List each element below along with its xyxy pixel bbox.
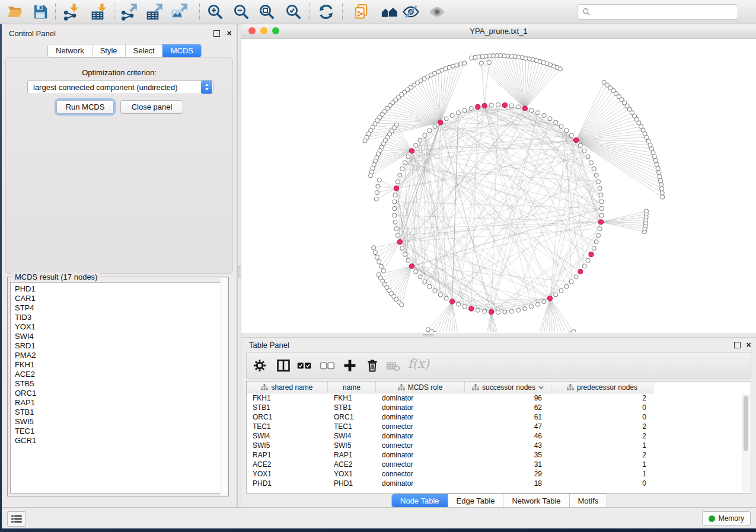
table-cell[interactable]: 2 [551,450,653,460]
search-input[interactable] [594,7,733,17]
table-cell[interactable]: 1 [551,441,653,450]
search-box[interactable] [577,4,738,20]
zoom-in-icon[interactable] [206,3,224,21]
column-header-mcds-role[interactable]: MCDS role [376,382,465,393]
table-cell[interactable]: FKH1 [328,393,376,403]
table-cell[interactable]: connector [376,422,465,431]
export-image-icon[interactable] [170,3,188,21]
import-table-icon[interactable] [90,3,108,21]
table-cell[interactable]: YOX1 [328,469,376,479]
table-cell[interactable]: TEC1 [247,422,328,431]
table-cell[interactable]: SWI5 [328,441,376,450]
table-cell[interactable]: PHD1 [328,479,376,488]
mcds-result-item[interactable]: GCR1 [15,436,225,446]
table-cell[interactable]: 43 [465,441,551,450]
table-cell[interactable]: SWI4 [328,431,376,441]
table-cell[interactable]: STB1 [247,403,328,412]
column-header-predecessor-nodes[interactable]: predecessor nodes [551,382,653,393]
refresh-view-icon[interactable] [317,3,335,21]
table-cell[interactable]: 31 [465,460,551,469]
scrollbar-thumb[interactable] [744,396,748,451]
table-cell[interactable]: connector [376,460,465,469]
mcds-list-scrollbar[interactable] [220,278,228,495]
table-cell[interactable] [653,403,751,412]
close-panel-icon[interactable]: × [226,30,232,37]
table-cell[interactable]: 96 [465,393,551,403]
toggle-panes-icon[interactable] [276,358,291,373]
table-cell[interactable]: 29 [465,469,551,479]
table-cell[interactable]: TEC1 [328,422,376,431]
table-row[interactable]: SWI4SWI4dominator462 [247,431,751,441]
table-row[interactable]: YOX1YOX1connector291 [247,469,751,479]
table-cell[interactable]: ACE2 [328,460,376,469]
mcds-result-item[interactable]: FKH1 [15,360,225,370]
tab-edge-table[interactable]: Edge Table [448,494,503,507]
table-cell[interactable]: dominator [376,412,465,422]
table-cell[interactable]: dominator [376,479,465,488]
settings-gear-icon[interactable] [252,358,267,373]
table-row[interactable]: ACE2ACE2connector311 [247,460,751,469]
column-header-name[interactable]: name [328,382,376,393]
table-cell[interactable]: 1 [551,469,653,479]
show-all-icon[interactable] [428,3,446,21]
table-cell[interactable] [653,412,751,422]
run-mcds-button[interactable]: Run MCDS [56,100,114,114]
mcds-result-item[interactable]: YOX1 [15,322,225,332]
table-row[interactable]: TEC1TEC1connector472 [247,422,751,431]
table-cell[interactable]: ORC1 [328,412,376,422]
close-panel-icon[interactable]: × [745,342,752,348]
mcds-result-list[interactable]: PHD1CAR1STP4TID3YOX1SWI4SRD1PMA2FKH1ACE2… [10,282,226,493]
mcds-result-item[interactable]: PMA2 [15,351,225,360]
mcds-result-item[interactable]: ORC1 [15,389,225,398]
table-cell[interactable] [653,450,751,460]
export-table-icon[interactable] [145,3,163,21]
deselect-all-icon[interactable] [320,358,335,373]
table-cell[interactable]: 61 [465,412,551,422]
table-cell[interactable]: PHD1 [247,479,328,488]
table-cell[interactable]: 47 [465,422,551,431]
mcds-result-item[interactable]: SWI5 [15,417,225,427]
table-row[interactable]: ORC1ORC1dominator610 [247,412,751,422]
table-cell[interactable] [653,393,751,403]
clone-network-icon[interactable] [353,3,371,21]
table-row[interactable]: PHD1PHD1dominator180 [247,479,751,488]
table-cell[interactable]: dominator [376,450,465,460]
table-cell[interactable] [653,479,751,488]
table-cell[interactable]: 2 [551,431,653,441]
table-cell[interactable]: connector [376,469,465,479]
delete-columns-icon[interactable] [365,358,380,373]
network-window-titlebar[interactable]: YPA_prune.txt_1 [241,24,756,39]
select-all-icon[interactable] [296,358,312,373]
tab-node-table[interactable]: Node Table [392,494,448,507]
table-cell[interactable]: 62 [465,403,551,412]
criterion-select[interactable]: largest connected component (undirected) [27,80,213,94]
memory-button[interactable]: Memory [702,511,751,525]
table-cell[interactable]: 18 [465,479,551,488]
tab-motifs[interactable]: Motifs [569,494,607,507]
table-cell[interactable] [653,469,751,479]
table-cell[interactable]: ORC1 [247,412,328,422]
table-cell[interactable]: dominator [376,403,465,412]
table-cell[interactable]: connector [376,441,465,450]
hide-selected-icon[interactable] [402,3,420,21]
network-view-canvas[interactable] [241,38,755,332]
mcds-result-item[interactable]: PHD1 [15,284,225,294]
mcds-result-item[interactable]: SWI4 [15,332,225,341]
zoom-selected-icon[interactable] [285,3,302,21]
export-network-icon[interactable] [120,3,138,21]
table-cell[interactable] [653,441,751,450]
tab-mcds[interactable]: MCDS [162,44,201,57]
table-cell[interactable]: 0 [551,479,653,488]
table-cell[interactable]: 1 [551,460,653,469]
zoom-fit-icon[interactable] [258,3,276,21]
mcds-result-item[interactable]: STB5 [15,379,225,389]
table-cell[interactable]: YOX1 [247,469,328,479]
close-panel-button[interactable]: Close panel [120,100,183,114]
table-row[interactable]: SWI5SWI5connector431 [247,441,751,450]
table-cell[interactable]: 2 [551,393,653,403]
table-scrollbar[interactable] [742,394,750,492]
mcds-result-item[interactable]: STB1 [15,408,225,417]
table-cell[interactable]: RAP1 [247,450,328,460]
add-column-icon[interactable] [342,358,358,373]
table-cell[interactable]: SWI5 [247,441,328,450]
